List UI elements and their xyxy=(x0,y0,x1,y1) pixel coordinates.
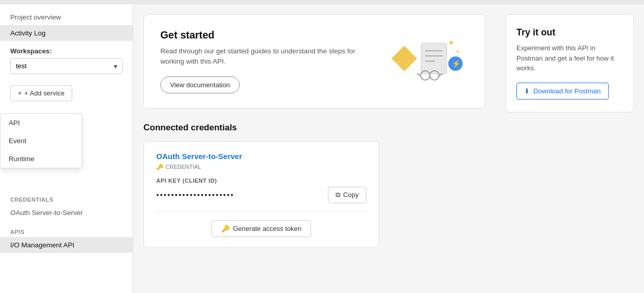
add-service-dropdown: API Event Runtime xyxy=(0,113,82,168)
sidebar-item-project-overview[interactable]: Project overview xyxy=(0,9,133,25)
try-it-out-card: Try it out Experiment with this API in P… xyxy=(506,14,634,112)
api-key-label: API KEY (CLIENT ID) xyxy=(156,178,366,184)
try-it-description: Experiment with this API in Postman and … xyxy=(516,43,623,73)
credential-card: OAuth Server-to-Server 🔑 CREDENTIAL API … xyxy=(143,141,379,248)
download-postman-button[interactable]: ⬇ Download for Postman xyxy=(516,83,609,100)
add-service-button[interactable]: + + Add service xyxy=(10,85,72,101)
sidebar-oauth-label: OAuth Server-to-Server xyxy=(10,209,83,217)
get-started-card: Get started Read through our get started… xyxy=(143,14,485,108)
illustration-svg: ✦ ✦ ⚡ xyxy=(376,35,468,87)
svg-text:✦: ✦ xyxy=(455,49,460,54)
generate-token-label: Generate access token xyxy=(233,225,302,232)
view-docs-label: View documentation xyxy=(170,81,230,89)
sidebar-item-io-management[interactable]: I/O Management API xyxy=(0,237,133,253)
sidebar-io-label: I/O Management API xyxy=(10,241,74,249)
credential-type-label: 🔑 CREDENTIAL xyxy=(156,164,366,170)
card-divider xyxy=(156,211,366,212)
dropdown-item-api[interactable]: API xyxy=(1,114,81,132)
copy-icon: ⧉ xyxy=(336,191,340,199)
svg-text:⚡: ⚡ xyxy=(452,60,461,68)
key-icon: 🔑 xyxy=(156,164,163,170)
download-icon: ⬇ xyxy=(524,87,530,95)
sidebar-item-activity-log[interactable]: Activity Log xyxy=(0,25,133,41)
workspaces-section: Workspaces: test xyxy=(0,41,133,80)
workspace-select-wrapper[interactable]: test xyxy=(10,58,122,74)
sidebar-item-activity-label: Activity Log xyxy=(10,29,46,37)
download-postman-label: Download for Postman xyxy=(533,87,601,95)
right-panel: Try it out Experiment with this API in P… xyxy=(495,4,644,293)
credentials-section-label: CREDENTIALS xyxy=(0,188,133,205)
add-service-label: + Add service xyxy=(25,89,65,97)
copy-label: Copy xyxy=(343,191,359,199)
workspaces-label: Workspaces: xyxy=(10,47,122,55)
sidebar-item-oauth-credential[interactable]: OAuth Server-to-Server xyxy=(0,205,133,221)
generate-access-token-button[interactable]: 🔑 Generate access token xyxy=(212,220,311,237)
get-started-illustration: ✦ ✦ ⚡ xyxy=(376,35,468,87)
get-started-description: Read through our get started guides to u… xyxy=(160,46,365,67)
connected-credentials-section: Connected credentials OAuth Server-to-Se… xyxy=(143,123,485,248)
svg-text:✦: ✦ xyxy=(448,38,454,47)
plus-icon: + xyxy=(18,89,22,97)
dropdown-item-runtime[interactable]: Runtime xyxy=(1,150,81,168)
credential-card-title[interactable]: OAuth Server-to-Server xyxy=(156,152,366,161)
get-started-text: Get started Read through our get started… xyxy=(160,29,365,93)
svg-marker-0 xyxy=(391,46,417,71)
view-documentation-button[interactable]: View documentation xyxy=(160,76,240,93)
sidebar: Project overview Activity Log Workspaces… xyxy=(0,4,133,293)
api-key-row: ••••••••••••••••••••• ⧉ Copy xyxy=(156,187,366,203)
workspace-select[interactable]: test xyxy=(10,58,122,74)
try-it-title: Try it out xyxy=(516,27,623,38)
sidebar-item-project-label: Project overview xyxy=(10,13,61,21)
get-started-title: Get started xyxy=(160,29,365,41)
copy-button[interactable]: ⧉ Copy xyxy=(328,187,366,203)
svg-line-8 xyxy=(417,74,421,75)
main-content: Get started Read through our get started… xyxy=(133,4,495,293)
svg-rect-1 xyxy=(421,43,447,74)
api-key-value: ••••••••••••••••••••• xyxy=(156,190,234,199)
connected-credentials-title: Connected credentials xyxy=(143,123,485,133)
dropdown-item-event[interactable]: Event xyxy=(1,132,81,150)
key-generate-icon: 🔑 xyxy=(221,225,230,232)
apis-section-label: APIS xyxy=(0,221,133,237)
